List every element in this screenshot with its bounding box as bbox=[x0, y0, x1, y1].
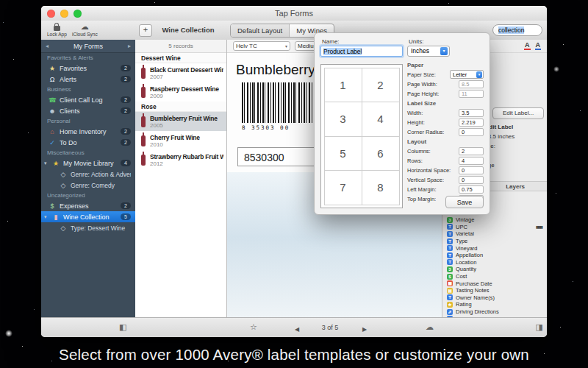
layout-section-header: Layout bbox=[407, 138, 484, 145]
inspector-toggle-icon[interactable]: ◨ bbox=[536, 322, 543, 332]
sidebar-item[interactable]: ▾ ★ My Movie Library 4 bbox=[41, 158, 135, 169]
bright-star bbox=[5, 330, 12, 337]
text-icon: T bbox=[447, 224, 453, 230]
sidebar-item[interactable]: ▾ ▮ Wine Collection 5 bbox=[41, 211, 135, 222]
sidebar-item[interactable]: ☻ Clients 2 bbox=[41, 105, 135, 116]
lock-icon bbox=[54, 26, 60, 31]
chevron-down-icon: ▾ bbox=[440, 47, 448, 55]
text-color-icon[interactable]: A bbox=[524, 42, 531, 50]
icloud-status-icon[interactable]: ☁ bbox=[426, 322, 434, 332]
columns-input[interactable]: 2 bbox=[459, 147, 484, 155]
sidebar-item[interactable]: ✓ To Do 2 bbox=[41, 137, 135, 148]
search-input[interactable]: collection bbox=[492, 24, 542, 36]
label-preview-cell: 5 bbox=[324, 136, 362, 171]
sidebar-item[interactable]: Miscellaneous bbox=[41, 148, 135, 158]
field-row[interactable]: T Type bbox=[442, 238, 547, 245]
status-bar: ◧ ☆ ◀ 3 of 5 ▶ ☁ ◨ bbox=[41, 317, 547, 337]
phone-icon: ☎ bbox=[49, 96, 56, 104]
text-icon: T bbox=[447, 294, 453, 300]
field-row[interactable]: 3 Quantity bbox=[442, 266, 547, 273]
rows-input[interactable]: 4 bbox=[459, 157, 484, 165]
sidebar-item[interactable]: Business bbox=[41, 85, 135, 94]
field-row[interactable]: T UPC ▮▮▮▮▮ bbox=[442, 224, 547, 231]
field-row[interactable]: ▦ Purchase Date bbox=[442, 280, 547, 287]
horizontal-space-input[interactable]: 0 bbox=[459, 166, 484, 174]
tab-default-layout[interactable]: Default Layout bbox=[231, 24, 289, 37]
bell-icon: Ω bbox=[49, 76, 56, 83]
corner-radius-input[interactable]: 0 bbox=[459, 128, 484, 136]
sidebar-item[interactable]: ◇ Genre: Comedy bbox=[41, 180, 135, 191]
wine-bottle-icon bbox=[141, 155, 146, 166]
barcode-icon: ▮▮▮▮▮ bbox=[536, 224, 542, 229]
save-button[interactable]: Save bbox=[445, 196, 484, 208]
record-row[interactable]: Bumbleberry Fruit Wine 2005 bbox=[135, 112, 226, 131]
sidebar-item[interactable]: ◇ Type: Dessert Wine bbox=[41, 222, 135, 233]
field-row[interactable]: ★ Rating bbox=[442, 301, 547, 308]
vertical-space-input[interactable]: 0 bbox=[459, 176, 484, 184]
collapse-icon[interactable]: ◂ bbox=[46, 43, 49, 49]
width-input[interactable]: 3.5 bbox=[459, 109, 484, 117]
sidebar-toggle-icon[interactable]: ◧ bbox=[119, 322, 126, 332]
field-row[interactable]: T Location bbox=[442, 259, 547, 266]
label-editor-popover: Name: Product Label Units: Inches ▾ 1 2 … bbox=[314, 32, 490, 215]
disclosure-icon[interactable]: ▾ bbox=[44, 160, 49, 166]
count-badge: 2 bbox=[121, 139, 131, 146]
text-icon: T bbox=[447, 245, 453, 251]
disclosure-icon[interactable]: ▾ bbox=[44, 214, 49, 220]
count-badge: 2 bbox=[121, 107, 131, 114]
sidebar-item[interactable]: ◇ Genre: Action & Adventure bbox=[41, 169, 135, 180]
field-row[interactable]: ⇗ Driving Directions bbox=[442, 308, 547, 316]
wine-bottle-icon bbox=[141, 68, 146, 79]
icloud-sync-button[interactable]: ☁ iCloud Sync bbox=[72, 22, 98, 37]
left-margin-input[interactable]: 0.75 bbox=[459, 185, 484, 194]
expand-icon[interactable]: ▸ bbox=[128, 43, 131, 49]
record-row[interactable]: Rose bbox=[135, 102, 226, 112]
field-row[interactable]: T Vineyard bbox=[442, 244, 547, 252]
record-row[interactable]: Strawberry Rubarb Fruit Wine 2012 bbox=[135, 150, 226, 169]
previous-record-button[interactable]: ◀ bbox=[295, 325, 299, 334]
label-preview-cell: 3 bbox=[324, 102, 362, 137]
field-row[interactable]: $ Cost bbox=[442, 273, 547, 280]
lock-app-button[interactable]: Lock App bbox=[47, 22, 67, 37]
record-row[interactable]: Cherry Fruit Wine 2010 bbox=[135, 131, 226, 150]
paper-section-header: Paper bbox=[407, 62, 484, 68]
record-row[interactable]: Dessert Wine bbox=[135, 53, 226, 63]
label-preview-cell: 7 bbox=[324, 170, 362, 205]
label-name-input[interactable]: Product Label bbox=[320, 46, 403, 57]
sidebar-item[interactable]: Personal bbox=[41, 116, 135, 126]
sidebar-item[interactable]: Ω Alerts 2 bbox=[41, 74, 135, 85]
field-row[interactable]: T Appellation bbox=[442, 252, 547, 259]
note-icon: ▤ bbox=[447, 288, 453, 294]
star-icon: ★ bbox=[49, 65, 56, 72]
movie-icon: ★ bbox=[52, 160, 60, 167]
tag-icon: ◇ bbox=[60, 171, 67, 178]
highlight-color-icon[interactable]: A bbox=[535, 42, 542, 50]
record-row[interactable]: Raspberry Dessert Wine 2009 bbox=[135, 82, 226, 102]
sidebar-item[interactable]: ★ Favorites 2 bbox=[41, 63, 135, 74]
sidebar-item[interactable]: ⌂ Home Inventory 2 bbox=[41, 126, 135, 137]
page-width-input[interactable]: 8.5 bbox=[459, 80, 484, 88]
next-record-button[interactable]: ▶ bbox=[362, 325, 367, 334]
chevron-down-icon: ▾ bbox=[285, 43, 287, 49]
sidebar-item[interactable]: Favorites & Alerts bbox=[41, 53, 135, 63]
record-row[interactable]: Black Current Dessert Wine 2007 bbox=[135, 63, 226, 82]
units-dropdown[interactable]: Inches ▾ bbox=[407, 46, 450, 57]
field-row[interactable]: 3 Vintage bbox=[442, 216, 547, 224]
sidebar-item[interactable]: ☎ Client Call Log 2 bbox=[41, 94, 135, 105]
field-row[interactable]: T Varietal bbox=[442, 230, 547, 238]
field-row[interactable]: T Owner Name(s) bbox=[442, 294, 547, 302]
paper-size-dropdown[interactable]: Letter ▾ bbox=[450, 70, 484, 79]
count-badge: 5 bbox=[121, 213, 131, 220]
page-height-input[interactable]: 11 bbox=[459, 90, 484, 98]
directions-icon: ⇗ bbox=[447, 309, 453, 315]
font-family-dropdown[interactable]: Helv TC ▾ bbox=[233, 41, 290, 51]
sidebar-item[interactable]: $ Expenses 2 bbox=[41, 200, 135, 211]
rating-icon: ★ bbox=[447, 302, 453, 308]
field-row[interactable]: ▤ Tasting Notes bbox=[442, 287, 547, 294]
label-settings: Paper Paper Size: Letter ▾ Page Width: 8… bbox=[407, 60, 484, 204]
sidebar-item[interactable]: Uncategorized bbox=[41, 191, 135, 200]
record-section-label: Rose bbox=[141, 103, 157, 110]
edit-label-button[interactable]: Edit Label... bbox=[492, 107, 544, 119]
height-input[interactable]: 2.219 bbox=[459, 118, 484, 127]
favorite-record-icon[interactable]: ☆ bbox=[250, 322, 257, 332]
